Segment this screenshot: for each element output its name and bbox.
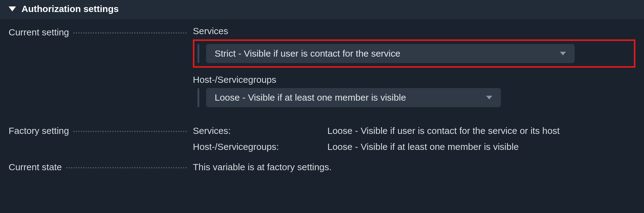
row-current-setting: Current setting Services Strict - Visibl… <box>9 26 635 114</box>
chevron-down-icon <box>560 52 566 55</box>
field-services: Services Strict - Visible if user is con… <box>193 26 635 68</box>
field-services-highlight: Strict - Visible if user is contact for … <box>193 39 635 68</box>
label-dots <box>73 32 187 34</box>
label-dots <box>73 131 187 132</box>
current-state-value: This variable is at factory settings. <box>193 161 635 172</box>
label-factory-setting: Factory setting <box>9 124 193 136</box>
field-left-bar <box>197 88 199 107</box>
label-dots <box>66 167 187 168</box>
field-services-label: Services <box>193 26 635 36</box>
section-header[interactable]: Authorization settings <box>0 0 644 19</box>
field-left-bar <box>197 44 199 63</box>
label-text: Factory setting <box>9 126 69 136</box>
chevron-down-icon <box>486 96 492 99</box>
current-setting-value: Services Strict - Visible if user is con… <box>193 26 635 114</box>
section-content: Current setting Services Strict - Visibl… <box>0 19 644 184</box>
label-current-state: Current state <box>9 161 193 172</box>
services-select[interactable]: Strict - Visible if user is contact for … <box>206 44 575 63</box>
section-title: Authorization settings <box>21 4 119 14</box>
factory-setting-value: Services: Loose - Visible if user is con… <box>193 124 635 152</box>
field-host-servicegroups: Host-/Servicegroups Loose - Visible if a… <box>193 74 635 107</box>
factory-groups-key: Host-/Servicegroups: <box>193 142 322 152</box>
field-host-servicegroups-label: Host-/Servicegroups <box>193 74 635 85</box>
label-current-setting: Current setting <box>9 26 193 38</box>
host-servicegroups-select[interactable]: Loose - Visible if at least one member i… <box>206 88 501 107</box>
factory-groups-value: Loose - Visible if at least one member i… <box>327 142 623 152</box>
row-factory-setting: Factory setting Services: Loose - Visibl… <box>9 124 635 152</box>
collapse-triangle-icon <box>9 6 16 11</box>
factory-services-value: Loose - Visible if user is contact for t… <box>327 126 623 136</box>
row-current-state: Current state This variable is at factor… <box>9 161 635 172</box>
label-text: Current state <box>9 162 62 172</box>
current-state-text: This variable is at factory settings. <box>193 161 635 172</box>
host-servicegroups-select-value: Loose - Visible if at least one member i… <box>215 92 406 103</box>
services-select-value: Strict - Visible if user is contact for … <box>215 48 400 59</box>
factory-services-key: Services: <box>193 126 322 136</box>
field-host-servicegroups-wrap: Loose - Visible if at least one member i… <box>193 88 635 107</box>
label-text: Current setting <box>9 27 69 38</box>
factory-table: Services: Loose - Visible if user is con… <box>193 124 623 152</box>
